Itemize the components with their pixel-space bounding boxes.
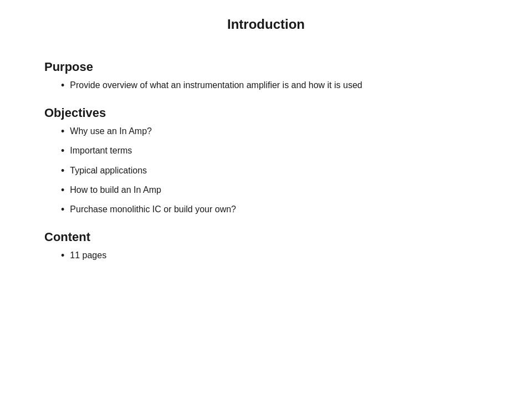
list-item: Provide overview of what an instrumentat…: [44, 79, 488, 93]
section-content: Content 11 pages: [44, 230, 488, 263]
objectives-bullet-list: Why use an In Amp? Important terms Typic…: [44, 125, 488, 217]
bullet-text: How to build an In Amp: [70, 183, 488, 197]
content-area: Purpose Provide overview of what an inst…: [44, 60, 488, 263]
bullet-text: Why use an In Amp?: [70, 125, 488, 138]
page-title: Introduction: [44, 17, 488, 32]
section-purpose: Purpose Provide overview of what an inst…: [44, 60, 488, 93]
section-objectives: Objectives Why use an In Amp? Important …: [44, 106, 488, 217]
list-item: Typical applications: [44, 164, 488, 178]
list-item: How to build an In Amp: [44, 183, 488, 197]
page-container: Introduction Purpose Provide overview of…: [0, 0, 532, 399]
section-heading-content: Content: [44, 230, 488, 244]
bullet-text: Important terms: [70, 144, 488, 157]
content-bullet-list: 11 pages: [44, 249, 488, 263]
section-heading-objectives: Objectives: [44, 106, 488, 120]
bullet-text: 11 pages: [70, 249, 488, 262]
purpose-bullet-list: Provide overview of what an instrumentat…: [44, 79, 488, 93]
section-heading-purpose: Purpose: [44, 60, 488, 74]
list-item: 11 pages: [44, 249, 488, 263]
list-item: Why use an In Amp?: [44, 125, 488, 139]
bullet-text: Typical applications: [70, 164, 488, 177]
bullet-text: Provide overview of what an instrumentat…: [70, 79, 488, 92]
bullet-text: Purchase monolithic IC or build your own…: [70, 203, 488, 216]
list-item: Purchase monolithic IC or build your own…: [44, 203, 488, 217]
list-item: Important terms: [44, 144, 488, 158]
